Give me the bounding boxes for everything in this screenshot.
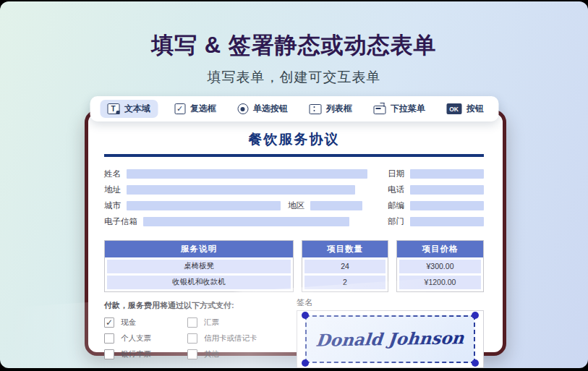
phone-field[interactable] [410, 185, 484, 195]
payment-option-cashiers-check[interactable]: 银行本票 [104, 349, 187, 359]
selection-handle[interactable] [302, 312, 309, 319]
payment-label: 付款，服务费用将通过以下方式支付: [104, 300, 294, 311]
payment-option-other[interactable]: 其他 [187, 349, 294, 359]
checkbox-icon[interactable] [187, 317, 197, 328]
checkbox-icon[interactable] [187, 333, 197, 344]
signature-selection-box[interactable]: Donald Johnson [305, 315, 475, 363]
toolbar-item-checkbox[interactable]: ✓ 复选框 [170, 100, 221, 118]
table-cell[interactable]: 24 [304, 260, 385, 273]
field-row-city-region: 城市 地区 [104, 198, 367, 214]
list-box-icon [309, 104, 321, 114]
department-field[interactable] [410, 217, 484, 226]
toolbar-item-label: 下拉菜单 [391, 103, 425, 115]
email-label: 电子信箱 [104, 216, 137, 227]
signature-section: 签名 Donald Johnson [294, 297, 484, 368]
zip-field[interactable] [410, 201, 484, 210]
radio-button-icon [237, 103, 248, 114]
table-cell[interactable]: 收银机和收款机 [107, 276, 291, 289]
payment-section: 付款，服务费用将通过以下方式支付: ✓ 现金 汇票 个人支票 [104, 297, 294, 368]
phone-label: 电话 [388, 184, 404, 195]
toolbar-item-dropdown-menu[interactable]: 下拉菜单 [369, 100, 430, 118]
date-label: 日期 [388, 169, 404, 179]
payment-option-money-order[interactable]: 汇票 [187, 317, 294, 328]
selection-handle[interactable] [302, 359, 309, 367]
form-title: 餐饮服务协议 [104, 130, 484, 149]
checkbox-icon[interactable] [104, 333, 114, 344]
payment-options: ✓ 现金 汇票 个人支票 信用卡或借记卡 [104, 317, 294, 359]
column-header: 服务说明 [105, 241, 293, 257]
toolbar-item-label: 按钮 [466, 103, 484, 115]
payment-option-credit-debit-card[interactable]: 信用卡或借记卡 [187, 333, 294, 344]
checkbox-icon: ✓ [174, 103, 185, 114]
field-row-phone: 电话 [388, 182, 484, 198]
zip-label: 邮编 [388, 200, 404, 211]
field-row-email: 电子信箱 [104, 214, 367, 230]
checkbox-checked-icon[interactable]: ✓ [104, 317, 114, 328]
dropdown-icon [373, 106, 385, 114]
toolbar-item-list-box[interactable]: 列表框 [304, 100, 357, 118]
column-header: 项目价格 [397, 241, 483, 257]
field-row-address: 地址 [104, 182, 367, 198]
text-field-icon: T [107, 103, 119, 114]
toolbar-item-label: 单选按钮 [253, 103, 288, 115]
title-divider [104, 154, 484, 157]
form-card: 餐饮服务协议 姓名 地址 城市 地区 [85, 110, 506, 356]
email-field[interactable] [143, 217, 349, 226]
table-cell[interactable]: ¥1200.00 [399, 276, 481, 289]
payment-option-cash[interactable]: ✓ 现金 [104, 317, 187, 328]
toolbar-item-button[interactable]: OK 按钮 [442, 100, 488, 118]
column-header: 项目数量 [302, 241, 388, 257]
name-label: 姓名 [104, 169, 121, 179]
form-fields: 姓名 地址 城市 地区 电子信箱 [104, 166, 484, 230]
toolbar-item-label: 复选框 [190, 103, 216, 115]
selection-handle[interactable] [472, 359, 479, 367]
page-subtitle: 填写表单，创建可交互表单 [0, 68, 588, 87]
region-field[interactable] [310, 201, 362, 210]
table-column-price: 项目价格 ¥300.00 ¥1200.00 [396, 240, 484, 292]
toolbar-item-radio-button[interactable]: 单选按钮 [233, 100, 292, 118]
service-table: 服务说明 桌椅板凳 收银机和收款机 项目数量 24 2 项目价格 ¥300.00… [104, 240, 484, 292]
payment-option-personal-check[interactable]: 个人支票 [104, 333, 187, 344]
checkbox-icon[interactable] [104, 349, 114, 359]
form-widget-toolbar: T 文本域 ✓ 复选框 单选按钮 列表框 下拉菜单 OK 按钮 [90, 96, 498, 121]
region-label: 地区 [288, 200, 304, 211]
city-field[interactable] [127, 201, 281, 210]
table-cell[interactable]: 2 [304, 276, 385, 289]
ok-button-icon: OK [446, 103, 461, 114]
address-field[interactable] [127, 185, 355, 195]
selection-handle[interactable] [472, 312, 479, 319]
name-field[interactable] [127, 169, 367, 179]
signature-value: Donald Johnson [315, 328, 465, 350]
field-row-name: 姓名 [104, 166, 367, 182]
toolbar-item-label: 文本域 [124, 103, 150, 115]
checkbox-icon[interactable] [187, 349, 197, 359]
field-row-date: 日期 [388, 166, 484, 182]
table-column-quantity: 项目数量 24 2 [302, 240, 388, 292]
table-cell[interactable]: ¥300.00 [399, 260, 481, 273]
department-label: 部门 [388, 216, 404, 227]
page-title: 填写 & 签署静态或动态表单 [0, 30, 588, 61]
signature-field[interactable]: Donald Johnson [297, 310, 484, 368]
field-row-department: 部门 [388, 214, 484, 230]
signature-label: 签名 [297, 297, 484, 308]
table-column-description: 服务说明 桌椅板凳 收银机和收款机 [104, 240, 294, 292]
city-label: 城市 [104, 200, 121, 211]
table-cell[interactable]: 桌椅板凳 [107, 260, 291, 273]
toolbar-item-label: 列表框 [326, 103, 352, 115]
address-label: 地址 [104, 184, 121, 195]
date-field[interactable] [410, 169, 484, 179]
toolbar-item-text-field[interactable]: T 文本域 [100, 100, 158, 118]
screenshot-frame: 填写 & 签署静态或动态表单 填写表单，创建可交互表单 T 文本域 ✓ 复选框 … [0, 1, 588, 368]
field-row-zip: 邮编 [388, 198, 484, 214]
